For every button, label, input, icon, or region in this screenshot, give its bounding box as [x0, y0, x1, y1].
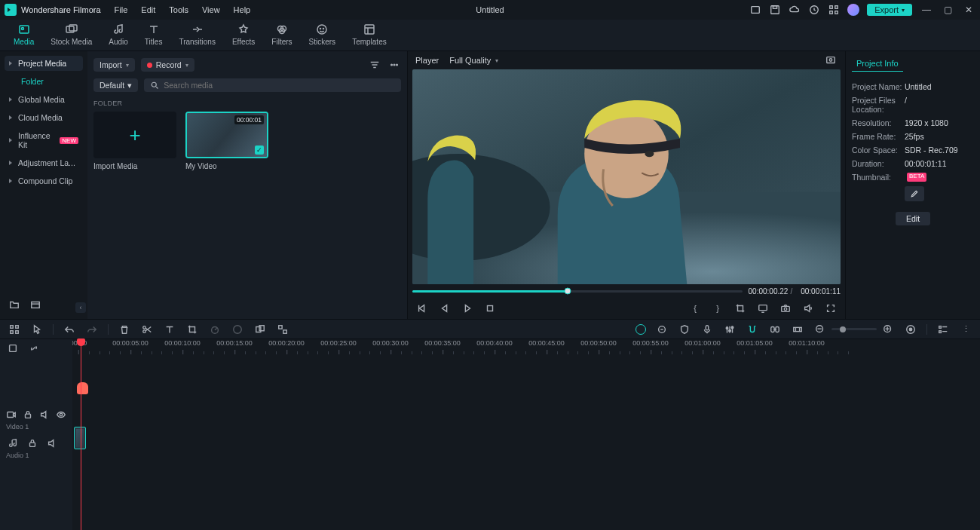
- group-button[interactable]: [253, 323, 267, 336]
- range-icon[interactable]: [791, 323, 804, 336]
- mixer-icon[interactable]: [723, 323, 737, 336]
- tab-stock-media[interactable]: Stock Media: [47, 20, 95, 51]
- crop-button[interactable]: [185, 323, 199, 336]
- menu-tools[interactable]: Tools: [169, 5, 188, 14]
- history-icon[interactable]: [808, 4, 820, 16]
- lock-icon[interactable]: [23, 408, 33, 421]
- crop-icon[interactable]: [733, 302, 747, 315]
- export-button[interactable]: Export▾: [867, 4, 912, 16]
- display-icon[interactable]: [756, 302, 770, 315]
- link-icon[interactable]: [768, 323, 782, 336]
- timeline-grid-icon[interactable]: [8, 323, 21, 336]
- color-button[interactable]: [231, 323, 244, 336]
- video-clip[interactable]: [74, 427, 86, 449]
- ungroup-button[interactable]: [276, 323, 289, 336]
- volume-icon[interactable]: [801, 302, 815, 315]
- filter-icon[interactable]: [368, 58, 381, 72]
- menu-view[interactable]: View: [202, 5, 220, 14]
- search-input-wrap[interactable]: [144, 78, 401, 92]
- tab-transitions[interactable]: Transitions: [176, 20, 219, 51]
- audio-track-header[interactable]: Audio 1: [0, 433, 72, 462]
- timeline-more-icon[interactable]: ⋮: [959, 323, 972, 336]
- tab-templates[interactable]: Templates: [349, 20, 390, 51]
- menu-edit[interactable]: Edit: [141, 5, 155, 14]
- stop-button[interactable]: [483, 302, 497, 315]
- menu-file[interactable]: File: [115, 5, 128, 14]
- scrub-knob[interactable]: [564, 288, 571, 295]
- mark-out-button[interactable]: }: [711, 302, 724, 315]
- fit-button[interactable]: [904, 323, 917, 336]
- play-button[interactable]: [461, 302, 474, 315]
- redo-button[interactable]: [85, 323, 99, 336]
- marker-shield-icon[interactable]: [678, 323, 691, 336]
- cloud-icon[interactable]: [789, 4, 801, 16]
- import-dropdown[interactable]: Import▾: [93, 58, 135, 72]
- record-dropdown[interactable]: Record▾: [141, 58, 194, 72]
- delete-button[interactable]: [118, 323, 131, 336]
- quality-dropdown[interactable]: Full Quality▾: [449, 56, 498, 65]
- playhead[interactable]: [81, 339, 81, 530]
- zoom-out-button[interactable]: [813, 323, 827, 336]
- lock-icon[interactable]: [26, 437, 39, 450]
- video-track-header[interactable]: Video 1: [0, 405, 72, 433]
- avatar[interactable]: [847, 4, 859, 16]
- timeline-body[interactable]: [72, 357, 980, 530]
- search-input[interactable]: [164, 81, 395, 90]
- speed-button[interactable]: [208, 323, 222, 336]
- mute-icon[interactable]: [45, 437, 59, 450]
- tab-project-info[interactable]: Project Info: [852, 56, 903, 72]
- sidebar-item-cloud-media[interactable]: Cloud Media: [5, 110, 83, 125]
- text-button[interactable]: [163, 323, 176, 336]
- edit-button[interactable]: Edit: [896, 212, 930, 225]
- timeline-view-icon[interactable]: [936, 323, 950, 336]
- tab-stickers[interactable]: Stickers: [306, 20, 339, 51]
- snap-icon[interactable]: [746, 323, 759, 336]
- new-bin-icon[interactable]: [29, 298, 42, 311]
- tab-effects[interactable]: Effects: [229, 20, 258, 51]
- new-folder-icon[interactable]: [8, 298, 21, 311]
- more-icon[interactable]: [387, 58, 401, 72]
- player-tab[interactable]: Player: [415, 56, 439, 65]
- thumbnail-edit-button[interactable]: [905, 186, 924, 201]
- mic-icon[interactable]: [700, 323, 714, 336]
- zoom-in-button[interactable]: [881, 323, 895, 336]
- pointer-icon[interactable]: [30, 323, 44, 336]
- prev-frame-button[interactable]: [415, 302, 429, 315]
- visibility-icon[interactable]: [56, 408, 66, 421]
- close-button[interactable]: ✕: [962, 5, 975, 15]
- tab-titles[interactable]: Titles: [142, 20, 166, 51]
- apps-icon[interactable]: [828, 4, 840, 16]
- sidebar-item-global-media[interactable]: Global Media: [5, 92, 83, 107]
- menu-help[interactable]: Help: [234, 5, 251, 14]
- record-indicator-icon[interactable]: [635, 324, 646, 335]
- mute-icon[interactable]: [39, 408, 50, 421]
- tab-filters[interactable]: Filters: [268, 20, 295, 51]
- track-link-icon[interactable]: [27, 342, 41, 355]
- media-clip-tile[interactable]: 00:00:01 ✓: [185, 112, 268, 158]
- play-reverse-button[interactable]: [438, 302, 452, 315]
- sidebar-item-project-media[interactable]: Project Media: [5, 56, 83, 71]
- import-media-tile[interactable]: +: [93, 112, 176, 158]
- sidebar-item-compound-clip[interactable]: Compound Clip: [5, 173, 83, 188]
- sidebar-item-folder[interactable]: Folder: [17, 74, 83, 89]
- minimize-button[interactable]: —: [920, 5, 933, 15]
- collapse-sidebar-button[interactable]: ‹: [75, 302, 86, 313]
- voiceover-icon[interactable]: [655, 323, 669, 336]
- tab-audio[interactable]: Audio: [106, 20, 131, 51]
- preview-settings-icon[interactable]: [824, 54, 838, 67]
- track-pin-icon[interactable]: [6, 342, 20, 355]
- maximize-button[interactable]: ▢: [941, 5, 954, 15]
- timeline-ruler[interactable]: 00:0000:00:05:0000:00:10:0000:00:15:0000…: [72, 339, 980, 357]
- mark-in-button[interactable]: {: [688, 302, 702, 315]
- undo-button[interactable]: [63, 323, 76, 336]
- magnet-marker[interactable]: [77, 382, 88, 394]
- zoom-slider[interactable]: [831, 328, 877, 330]
- sort-dropdown[interactable]: Default▾: [93, 78, 138, 92]
- fullscreen-icon[interactable]: [824, 302, 838, 315]
- split-button[interactable]: [140, 323, 154, 336]
- layout-icon[interactable]: [749, 4, 761, 16]
- save-icon[interactable]: [769, 4, 781, 16]
- snapshot-icon[interactable]: [779, 302, 792, 315]
- sidebar-item-influence-kit[interactable]: Influence KitNEW: [5, 128, 83, 152]
- sidebar-item-adjustment-layer[interactable]: Adjustment La...: [5, 155, 83, 170]
